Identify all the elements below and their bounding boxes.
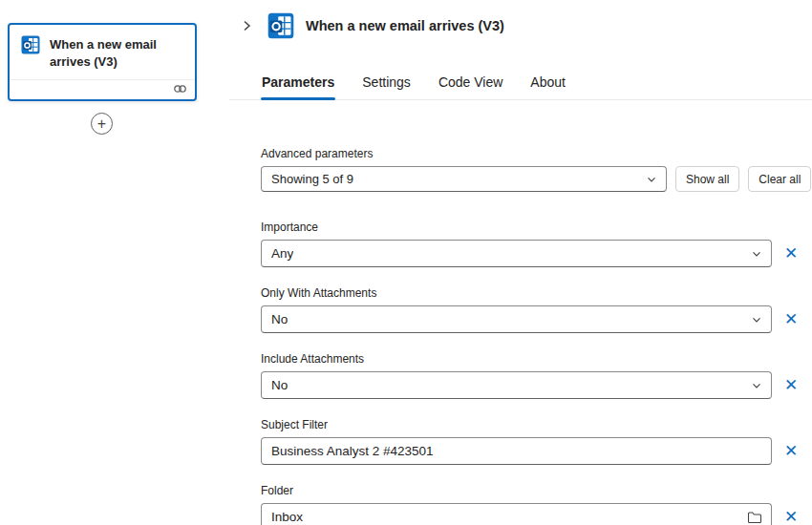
trigger-card-title: When a new email arrives (V3)	[50, 35, 183, 71]
field-group-subject-filter: Subject Filter Business Analyst 2 #42350…	[261, 418, 812, 465]
chevron-down-icon	[751, 314, 762, 326]
panel-title: When a new email arrives (V3)	[306, 18, 504, 33]
field-group-folder: Folder Inbox ✕	[261, 484, 812, 525]
folder-picker-icon[interactable]	[747, 511, 762, 524]
remove-include-attachments-icon[interactable]: ✕	[784, 377, 798, 393]
connection-link-icon[interactable]	[173, 81, 187, 98]
field-row: Any ✕	[261, 240, 812, 267]
advanced-parameters-row: Showing 5 of 9 Show all Clear all	[261, 166, 812, 192]
show-all-button[interactable]: Show all	[675, 166, 739, 192]
tab-settings[interactable]: Settings	[361, 74, 412, 99]
panel-tabs: Parameters Settings Code View About	[229, 74, 812, 100]
subject-filter-input[interactable]: Business Analyst 2 #423501	[261, 437, 772, 465]
subject-filter-value: Business Analyst 2 #423501	[271, 444, 434, 458]
tab-about[interactable]: About	[529, 74, 566, 99]
flow-canvas: When a new email arrives (V3) +	[0, 0, 229, 525]
advanced-parameters-dropdown[interactable]: Showing 5 of 9	[261, 166, 667, 192]
field-label: Folder	[261, 484, 812, 497]
importance-value: Any	[271, 246, 293, 261]
configuration-panel: When a new email arrives (V3) Parameters…	[229, 0, 812, 525]
field-row: No ✕	[261, 371, 812, 399]
field-group-importance: Importance Any ✕	[261, 220, 812, 267]
field-group-only-with-attachments: Only With Attachments No ✕	[261, 286, 812, 333]
advanced-parameters-value: Showing 5 of 9	[271, 172, 353, 186]
importance-dropdown[interactable]: Any	[261, 240, 772, 267]
parameters-content: Advanced parameters Showing 5 of 9 Show …	[229, 147, 812, 525]
remove-only-with-attachments-icon[interactable]: ✕	[784, 311, 798, 327]
plus-icon: +	[97, 116, 106, 132]
folder-value: Inbox	[271, 510, 303, 524]
advanced-parameters-label: Advanced parameters	[261, 147, 812, 160]
field-row: Inbox ✕	[261, 503, 812, 525]
chevron-down-icon	[646, 174, 657, 185]
include-attachments-dropdown[interactable]: No	[261, 371, 772, 399]
field-group-include-attachments: Include Attachments No ✕	[261, 352, 812, 399]
field-label: Subject Filter	[261, 418, 812, 431]
only-with-attachments-dropdown[interactable]: No	[261, 305, 772, 333]
panel-header: When a new email arrives (V3)	[229, 0, 812, 39]
outlook-icon	[21, 35, 40, 58]
folder-input[interactable]: Inbox	[261, 503, 772, 525]
field-label: Only With Attachments	[261, 286, 812, 300]
field-row: Business Analyst 2 #423501 ✕	[261, 437, 812, 465]
field-label: Importance	[261, 220, 812, 234]
include-attachments-value: No	[271, 378, 288, 392]
outlook-icon	[267, 12, 294, 39]
trigger-card-footer	[10, 79, 195, 99]
tab-code-view[interactable]: Code View	[438, 74, 503, 99]
tab-parameters[interactable]: Parameters	[261, 74, 335, 99]
chevron-down-icon	[751, 248, 762, 260]
remove-subject-filter-icon[interactable]: ✕	[784, 443, 798, 459]
field-row: No ✕	[261, 305, 812, 333]
remove-folder-icon[interactable]: ✕	[784, 509, 798, 525]
remove-importance-icon[interactable]: ✕	[784, 245, 798, 262]
field-label: Include Attachments	[261, 352, 812, 366]
trigger-card[interactable]: When a new email arrives (V3)	[8, 23, 197, 101]
chevron-down-icon	[751, 380, 762, 391]
trigger-card-main: When a new email arrives (V3)	[10, 25, 195, 79]
collapse-panel-chevron-icon[interactable]	[241, 18, 256, 33]
add-step-button[interactable]: +	[91, 113, 113, 135]
only-with-attachments-value: No	[271, 312, 288, 326]
clear-all-button[interactable]: Clear all	[748, 166, 811, 192]
